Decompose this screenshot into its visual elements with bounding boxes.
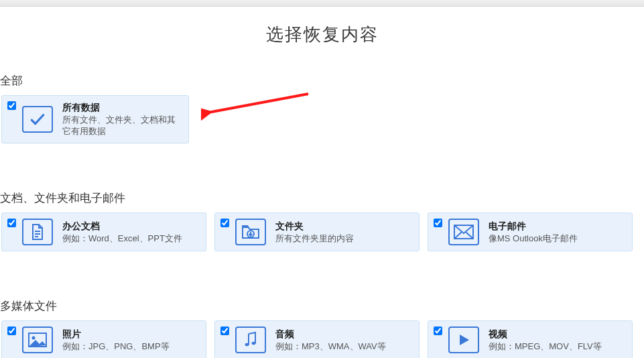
checkbox-audio[interactable] — [220, 326, 229, 335]
checkbox-photo[interactable] — [7, 326, 16, 335]
card-audio-title: 音频 — [275, 328, 386, 341]
image-icon — [22, 326, 53, 353]
svg-line-8 — [466, 232, 473, 239]
svg-point-10 — [32, 336, 36, 339]
card-email[interactable]: 电子邮件 像MS Outlook电子邮件 — [428, 213, 633, 251]
card-video-title: 视频 — [489, 328, 602, 341]
play-icon — [448, 326, 479, 353]
checkbox-video[interactable] — [434, 326, 442, 335]
card-folder-title: 文件夹 — [275, 220, 354, 233]
section-media-label: 多媒体文件 — [0, 298, 644, 314]
svg-point-11 — [245, 343, 249, 346]
folder-download-icon — [235, 219, 266, 245]
svg-point-12 — [252, 342, 256, 345]
card-folder[interactable]: 文件夹 所有文件夹里的内容 — [214, 213, 420, 251]
checkbox-folder[interactable] — [220, 219, 229, 227]
window-titlebar-strip — [0, 0, 644, 7]
card-video[interactable]: 视频 例如：MPEG、MOV、FLV等 — [428, 320, 633, 358]
section-docs-label: 文档、文件夹和电子邮件 — [0, 190, 644, 206]
document-icon — [22, 219, 53, 245]
checkbox-email[interactable] — [434, 219, 442, 227]
card-all-data-desc: 所有文件、文件夹、文档和其它有用数据 — [62, 114, 182, 137]
card-all-data[interactable]: 所有数据 所有文件、文件夹、文档和其它有用数据 — [1, 95, 189, 143]
envelope-icon — [448, 219, 479, 245]
section-docs: 文档、文件夹和电子邮件 办公文档 例如：Word、Excel、PPT文件 文件夹 — [0, 190, 644, 251]
card-photo-desc: 例如：JPG、PNG、BMP等 — [62, 341, 170, 353]
section-all: 全部 所有数据 所有文件、文件夹、文档和其它有用数据 — [0, 73, 644, 143]
card-photo-title: 照片 — [62, 328, 170, 341]
music-note-icon — [235, 326, 266, 353]
card-audio-desc: 例如：MP3、WMA、WAV等 — [275, 341, 386, 353]
checkbox-office[interactable] — [7, 219, 16, 227]
card-video-desc: 例如：MPEG、MOV、FLV等 — [489, 341, 602, 353]
svg-line-7 — [454, 232, 462, 239]
card-email-desc: 像MS Outlook电子邮件 — [489, 233, 578, 245]
page-root: 选择恢复内容 全部 所有数据 所有文件、文件夹、文档和其它有用数据 文档、文件夹… — [0, 7, 644, 358]
checkmark-icon — [22, 106, 53, 133]
card-all-data-title: 所有数据 — [62, 101, 182, 114]
card-office-desc: 例如：Word、Excel、PPT文件 — [62, 233, 182, 245]
svg-marker-13 — [460, 335, 469, 345]
card-folder-desc: 所有文件夹里的内容 — [275, 233, 354, 245]
card-email-title: 电子邮件 — [489, 220, 578, 233]
page-title: 选择恢复内容 — [0, 23, 644, 46]
card-office-title: 办公文档 — [62, 220, 182, 233]
card-office[interactable]: 办公文档 例如：Word、Excel、PPT文件 — [1, 213, 206, 251]
card-audio[interactable]: 音频 例如：MP3、WMA、WAV等 — [214, 320, 420, 358]
card-photo[interactable]: 照片 例如：JPG、PNG、BMP等 — [1, 320, 206, 358]
section-all-label: 全部 — [0, 73, 644, 88]
section-media: 多媒体文件 照片 例如：JPG、PNG、BMP等 音频 例如： — [0, 298, 644, 358]
checkbox-all-data[interactable] — [7, 101, 16, 110]
